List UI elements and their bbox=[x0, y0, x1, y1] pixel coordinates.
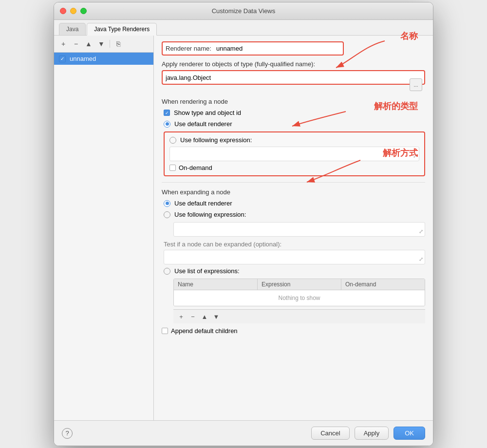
use-default-renderer2-row: Use default renderer bbox=[162, 200, 425, 207]
left-panel: + − ▲ ▼ ⎘ unnamed bbox=[54, 36, 154, 420]
expand-expression-icon[interactable]: ⤢ bbox=[413, 153, 417, 159]
on-demand-label: On-demand bbox=[179, 164, 212, 171]
when-rendering-label: When rendering a node bbox=[162, 98, 425, 105]
use-expression-box: Use following expression: ⤢ On-demand bbox=[164, 131, 425, 176]
apply-button[interactable]: Apply bbox=[355, 427, 389, 440]
main-content: + − ▲ ▼ ⎘ unnamed Renderer name: bbox=[54, 36, 433, 420]
when-rendering-section: When rendering a node Show type and obje… bbox=[162, 98, 425, 176]
on-demand-row: On-demand bbox=[169, 164, 419, 171]
when-expanding-label: When expanding a node bbox=[162, 188, 425, 196]
remove-button[interactable]: − bbox=[71, 38, 81, 49]
tab-java[interactable]: Java bbox=[59, 23, 86, 35]
test-expand-label: Test if a node can be expanded (optional… bbox=[164, 241, 425, 248]
table-up-btn[interactable]: ▲ bbox=[200, 312, 209, 321]
ok-button[interactable]: OK bbox=[393, 427, 425, 440]
apply-to-label: Apply renderer to objects of type (fully… bbox=[162, 60, 425, 68]
table-add-btn[interactable]: + bbox=[176, 312, 186, 321]
use-expression2-radio[interactable] bbox=[164, 211, 170, 218]
use-list-row: Use list of expressions: bbox=[162, 267, 425, 275]
table-header: Name Expression On-demand bbox=[174, 279, 425, 290]
window-title: Customize Data Views bbox=[212, 7, 276, 15]
test-expand-section: Test if a node can be expanded (optional… bbox=[162, 241, 425, 264]
table-remove-btn[interactable]: − bbox=[188, 312, 198, 321]
when-expanding-section: When expanding a node Use default render… bbox=[162, 188, 425, 335]
maximize-button[interactable] bbox=[80, 8, 87, 14]
use-list-radio[interactable] bbox=[164, 268, 170, 275]
divider-1 bbox=[162, 182, 425, 183]
append-label: Append default children bbox=[171, 327, 238, 335]
use-default-renderer-row: Use default renderer bbox=[162, 120, 425, 128]
col-expression: Expression bbox=[258, 279, 341, 290]
item-label: unnamed bbox=[70, 55, 96, 62]
expressions-table-section: Name Expression On-demand Nothing to sho… bbox=[173, 279, 425, 323]
use-list-label: Use list of expressions: bbox=[174, 267, 240, 275]
renderer-name-input[interactable] bbox=[213, 43, 340, 54]
use-expression-row: Use following expression: bbox=[169, 136, 419, 144]
apply-to-section: Apply renderer to objects of type (fully… bbox=[162, 60, 425, 91]
use-expression-radio[interactable] bbox=[169, 137, 176, 144]
item-checkbox[interactable] bbox=[59, 56, 66, 62]
close-button[interactable] bbox=[60, 8, 66, 14]
window-controls[interactable] bbox=[60, 8, 87, 14]
show-type-checkbox[interactable] bbox=[164, 110, 170, 116]
test-expand-input-area: ⤢ bbox=[164, 250, 425, 264]
move-down-button[interactable]: ▼ bbox=[96, 38, 107, 49]
col-on-demand: On-demand bbox=[341, 279, 425, 290]
expression-input-area: ⤢ bbox=[169, 147, 419, 161]
list-toolbar: + − ▲ ▼ ⎘ bbox=[54, 36, 153, 53]
help-button[interactable]: ? bbox=[62, 428, 73, 439]
append-row: Append default children bbox=[162, 327, 425, 335]
list-item[interactable]: unnamed bbox=[54, 53, 153, 65]
renderer-name-box: Renderer name: bbox=[162, 41, 344, 56]
titlebar: Customize Data Views bbox=[54, 2, 433, 20]
minimize-button[interactable] bbox=[70, 8, 76, 14]
move-up-button[interactable]: ▲ bbox=[83, 38, 94, 49]
toolbar-separator bbox=[110, 40, 110, 48]
add-button[interactable]: + bbox=[58, 38, 69, 49]
tab-java-type-renderers[interactable]: Java Type Renderers bbox=[87, 23, 157, 36]
use-default-renderer2-label: Use default renderer bbox=[174, 200, 232, 207]
use-expression2-label: Use following expression: bbox=[174, 211, 246, 218]
cancel-button[interactable]: Cancel bbox=[311, 427, 349, 440]
table-down-btn[interactable]: ▼ bbox=[211, 312, 221, 321]
expression2-input-area: ⤢ bbox=[173, 222, 425, 237]
table-body: Nothing to show bbox=[174, 290, 425, 306]
use-default-renderer-label: Use default renderer bbox=[174, 120, 232, 128]
table-toolbar: + − ▲ ▼ bbox=[173, 309, 425, 323]
browse-type-button[interactable]: ... bbox=[410, 78, 422, 91]
right-panel: Renderer name: Apply renderer to objects… bbox=[154, 36, 433, 420]
use-expression2-row: Use following expression: bbox=[162, 211, 425, 218]
renderer-name-label: Renderer name: bbox=[166, 45, 211, 52]
on-demand-checkbox[interactable] bbox=[169, 165, 176, 171]
use-default-renderer-radio[interactable] bbox=[164, 121, 170, 128]
col-name: Name bbox=[174, 279, 258, 290]
empty-table-text: Nothing to show bbox=[278, 295, 320, 301]
expand-expression2-icon[interactable]: ⤢ bbox=[419, 228, 423, 235]
expression2-input[interactable] bbox=[173, 222, 425, 237]
bottom-bar: ? Cancel Apply OK bbox=[54, 420, 433, 446]
expression-input[interactable] bbox=[169, 147, 419, 161]
use-default-renderer2-radio[interactable] bbox=[164, 200, 170, 207]
copy-button[interactable]: ⎘ bbox=[113, 38, 124, 49]
show-type-label: Show type and object id bbox=[174, 109, 241, 116]
test-expand-input[interactable] bbox=[164, 250, 425, 264]
expressions-table: Name Expression On-demand Nothing to sho… bbox=[173, 279, 425, 306]
tabs-bar: Java Java Type Renderers bbox=[54, 20, 433, 36]
use-expression-label: Use following expression: bbox=[180, 136, 252, 144]
action-buttons: Cancel Apply OK bbox=[311, 427, 425, 440]
renderer-name-row: Renderer name: bbox=[162, 41, 425, 56]
show-type-row: Show type and object id bbox=[162, 109, 425, 116]
append-checkbox[interactable] bbox=[162, 328, 168, 334]
expand-test-icon[interactable]: ⤢ bbox=[419, 256, 423, 262]
